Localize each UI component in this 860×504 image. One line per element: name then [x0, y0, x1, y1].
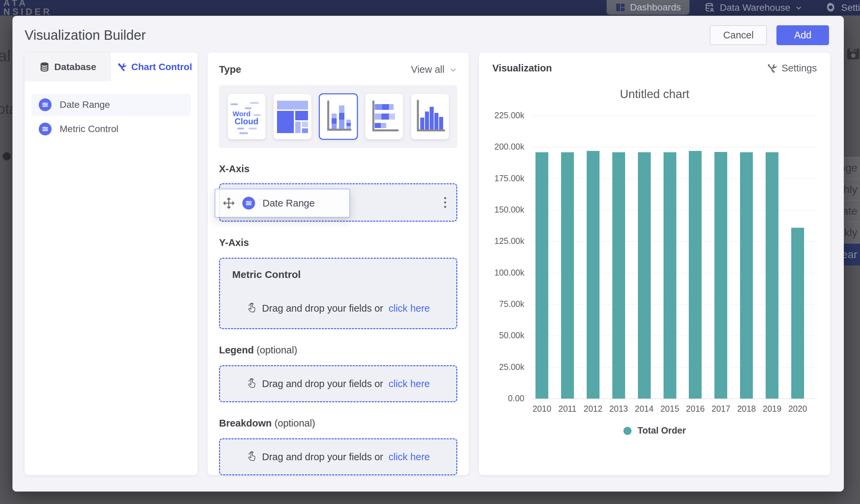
nav-data-warehouse[interactable]: Data Warehouse [704, 0, 802, 15]
click-here-link[interactable]: click here [389, 451, 430, 463]
y-tick-label: 75.00k [486, 299, 524, 309]
page: { "nav": { "logo_line1": "ATA", "logo_li… [0, 0, 860, 504]
visualization-heading: Visualization [492, 63, 552, 74]
legend-heading: Legend (optional) [219, 345, 457, 356]
cancel-button[interactable]: Cancel [710, 25, 767, 45]
field-list: Date Range Metric Control [25, 93, 198, 140]
chevron-down-icon [449, 66, 457, 74]
bar-2020 [791, 228, 804, 399]
save-icon [847, 48, 860, 60]
tap-hand-icon [247, 451, 257, 463]
chart-type-word-cloud[interactable]: Word Cloud [228, 94, 266, 139]
bar-2013 [612, 152, 625, 399]
gridline [531, 147, 816, 147]
dashboards-grid-icon [615, 2, 626, 13]
click-here-link[interactable]: click here [389, 378, 430, 389]
legend-dot [624, 427, 632, 435]
nav-settings[interactable]: Settings [825, 0, 860, 15]
y-tick-label: 100.00k [486, 268, 524, 278]
bar-2010 [535, 152, 548, 399]
chip-label: Date Range [262, 198, 315, 209]
modal-body: Database Chart Control Date Range [13, 51, 844, 475]
y-axis-heading: Y-Axis [219, 237, 457, 248]
plot-area: 0.0025.00k50.00k75.00k100.00k125.00k150.… [531, 116, 816, 399]
warehouse-database-icon [704, 2, 715, 13]
builder-panel: Type View all Word Cloud [207, 53, 469, 475]
database-icon [40, 62, 49, 72]
chart-type-histogram[interactable] [411, 94, 449, 139]
y-tick-label: 175.00k [486, 173, 524, 183]
kebab-menu-icon[interactable] [444, 197, 446, 208]
x-axis-drop-zone[interactable]: Date Range Date Range [219, 183, 457, 222]
app-logo: ATANSIDER [3, 0, 52, 16]
modal-title: Visualization Builder [25, 28, 710, 43]
add-button[interactable]: Add [776, 25, 829, 45]
chart-type-stacked-column[interactable] [319, 94, 357, 139]
chart-settings-button[interactable]: Settings [766, 63, 817, 74]
tools-icon [117, 62, 127, 72]
breakdown-heading: Breakdown (optional) [219, 418, 457, 429]
field-metric-control[interactable]: Metric Control [31, 118, 191, 140]
view-all-dropdown[interactable]: View all [411, 64, 457, 75]
legend-label: Total Order [637, 426, 686, 436]
chart-type-selector: Word Cloud [219, 85, 457, 148]
bar-2019 [766, 152, 778, 399]
control-sliders-icon [39, 98, 52, 111]
gear-icon [825, 2, 836, 13]
breakdown-drop-zone[interactable]: Drag and drop your fields or click here [219, 438, 457, 475]
visualization-panel: Visualization Settings Untitled chart 0.… [479, 53, 830, 475]
y-tick-label: 50.00k [486, 331, 524, 340]
gridline [531, 116, 816, 116]
visualization-builder-modal: Visualization Builder Cancel Add Databas… [13, 16, 844, 491]
chevron-down-icon [795, 4, 802, 12]
bar-2018 [740, 152, 753, 399]
bar-2016 [689, 151, 702, 399]
y-tick-label: 25.00k [486, 362, 524, 372]
tap-hand-icon [247, 378, 257, 389]
y-axis-zone-title: Metric Control [232, 269, 301, 280]
chart: 0.0025.00k50.00k75.00k100.00k125.00k150.… [492, 116, 817, 423]
control-sliders-icon [242, 197, 255, 210]
click-here-link[interactable]: click here [389, 303, 430, 314]
gridline [531, 399, 816, 399]
control-sliders-icon [39, 123, 52, 135]
panel-tabs: Database Chart Control [25, 53, 198, 82]
date-range-drag-chip[interactable]: Date Range [215, 189, 350, 218]
top-nav: ATANSIDER Dashboards Data Warehouse Sett… [0, 0, 860, 15]
legend-drop-zone[interactable]: Drag and drop your fields or click here [219, 365, 457, 402]
x-tick-label: 2020 [783, 404, 813, 414]
bar-2014 [638, 152, 651, 399]
y-tick-label: 125.00k [486, 236, 524, 246]
bar-2015 [663, 152, 676, 399]
x-axis-heading: X-Axis [219, 163, 457, 174]
type-heading: Type [219, 64, 241, 75]
tap-hand-icon [247, 303, 257, 314]
chart-legend: Total Order [492, 426, 817, 436]
y-tick-label: 150.00k [486, 205, 524, 215]
background-bullet [3, 152, 11, 160]
modal-header: Visualization Builder Cancel Add [13, 16, 844, 51]
fields-panel: Database Chart Control Date Range [25, 53, 198, 475]
y-tick-label: 200.00k [486, 142, 524, 152]
bar-2017 [714, 152, 727, 399]
y-axis-drop-zone[interactable]: Metric Control Drag and drop your fields… [219, 258, 457, 329]
tab-chart-control[interactable]: Chart Control [111, 53, 198, 82]
tab-database[interactable]: Database [25, 53, 111, 82]
svg-text:Cloud: Cloud [234, 117, 258, 126]
background-text-fragment: al [0, 46, 11, 65]
bar-2012 [587, 151, 600, 399]
nav-dashboards-button[interactable]: Dashboards [606, 0, 689, 15]
chart-title: Untitled chart [492, 87, 817, 101]
tools-icon [766, 63, 777, 74]
y-tick-label: 225.00k [486, 111, 524, 120]
chart-type-stacked-bar[interactable] [365, 94, 403, 139]
move-icon [223, 197, 235, 209]
bar-2011 [561, 152, 574, 399]
field-date-range[interactable]: Date Range [31, 93, 191, 116]
chart-type-treemap[interactable] [274, 94, 311, 139]
y-tick-label: 0.00 [486, 393, 524, 403]
